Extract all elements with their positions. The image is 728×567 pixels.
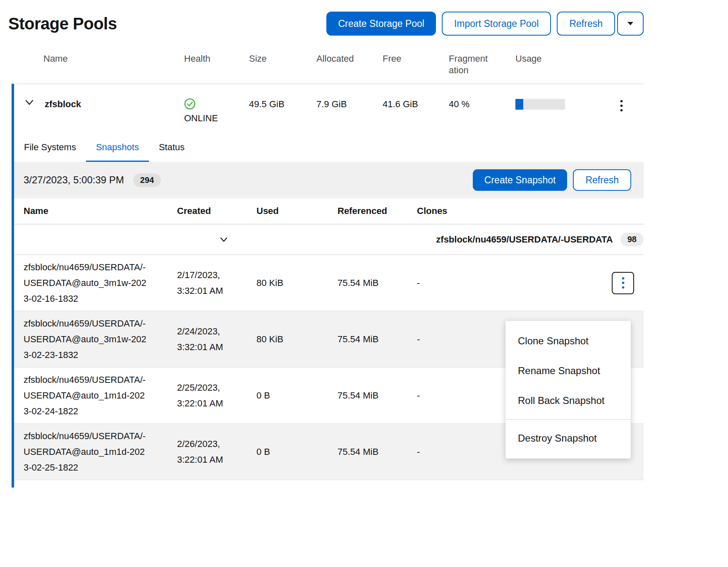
snapshot-name: zfsblock/nu4659/USERDATA/-USERDATA@auto_… xyxy=(24,259,148,307)
menu-item-rename-snapshot[interactable]: Rename Snapshot xyxy=(505,356,631,386)
pool-usage-fill xyxy=(515,99,523,110)
snapshot-created: 2/24/2023, 3:32:01 AM xyxy=(177,324,239,355)
tab-snapshots[interactable]: Snapshots xyxy=(86,133,149,162)
snap-col-created: Created xyxy=(177,198,256,224)
snapshot-group-expand-toggle[interactable] xyxy=(219,235,240,244)
snap-col-referenced: Referenced xyxy=(338,198,417,224)
snapshot-created: 2/25/2023, 3:22:01 AM xyxy=(177,380,239,411)
snapshot-name: zfsblock/nu4659/USERDATA/-USERDATA@auto_… xyxy=(24,428,148,476)
pools-col-allocated: Allocated xyxy=(316,53,383,76)
snapshot-referenced: 75.54 MiB xyxy=(338,388,417,404)
snapshot-referenced: 75.54 MiB xyxy=(338,275,417,291)
pool-kebab-menu-button[interactable] xyxy=(616,98,627,113)
pool-health-cell: ONLINE xyxy=(184,98,249,124)
snapshots-toolbar-actions: Create Snapshot Refresh xyxy=(473,169,631,191)
snapshots-count-badge: 294 xyxy=(133,173,161,187)
pool-health-status: ONLINE xyxy=(184,113,249,124)
pool-expand-toggle[interactable] xyxy=(24,98,35,107)
menu-divider xyxy=(505,419,631,420)
snapshot-name: zfsblock/nu4659/USERDATA/-USERDATA@auto_… xyxy=(24,316,148,363)
pool-name: zfsblock xyxy=(45,98,184,110)
pool-free: 41.6 GiB xyxy=(383,98,449,110)
pool-usage-cell xyxy=(515,98,592,110)
snapshot-referenced: 75.54 MiB xyxy=(338,444,417,460)
menu-item-roll-back-snapshot[interactable]: Roll Back Snapshot xyxy=(505,386,631,416)
caret-down-icon xyxy=(627,22,634,26)
snapshots-toolbar: 3/27/2023, 5:00:39 PM 294 Create Snapsho… xyxy=(14,162,644,198)
pool-fragmentation: 40 % xyxy=(449,98,515,110)
pools-col-free: Free xyxy=(383,53,449,76)
check-circle-icon xyxy=(184,98,249,110)
snapshot-clones: - xyxy=(417,275,602,291)
tab-status[interactable]: Status xyxy=(149,133,194,162)
refresh-split-button: Refresh xyxy=(557,12,644,36)
pool-allocated: 7.9 GiB xyxy=(316,98,383,110)
pools-col-health: Health xyxy=(184,53,249,76)
create-snapshot-button[interactable]: Create Snapshot xyxy=(473,169,568,191)
snapshot-referenced: 75.54 MiB xyxy=(338,332,417,347)
snapshot-kebab-menu-button[interactable] xyxy=(612,272,634,294)
next-row-partial xyxy=(14,480,644,488)
menu-item-clone-snapshot[interactable]: Clone Snapshot xyxy=(505,326,631,356)
import-storage-pool-button[interactable]: Import Storage Pool xyxy=(442,12,551,36)
snapshot-used: 0 B xyxy=(256,388,338,404)
snapshot-group-name: zfsblock/nu4659/USERDATA/-USERDATA xyxy=(436,234,613,245)
pools-table-header: Name Health Size Allocated Free Fragment… xyxy=(0,38,728,84)
kebab-ellipsis-icon xyxy=(620,100,623,112)
snapshot-created: 2/17/2023, 3:32:01 AM xyxy=(177,267,239,299)
refresh-button[interactable]: Refresh xyxy=(557,12,615,36)
snapshots-table-header: Name Created Used Referenced Clones xyxy=(14,198,644,224)
snapshots-toolbar-info: 3/27/2023, 5:00:39 PM 294 xyxy=(24,173,161,187)
tab-file-systems[interactable]: File Systems xyxy=(14,133,86,162)
snapshot-name: zfsblock/nu4659/USERDATA/-USERDATA@auto_… xyxy=(24,372,148,419)
snapshot-row: zfsblock/nu4659/USERDATA/-USERDATA@auto_… xyxy=(14,255,644,311)
pools-col-fragmentation: Fragmentation xyxy=(449,53,515,76)
menu-item-destroy-snapshot[interactable]: Destroy Snapshot xyxy=(505,423,631,453)
pool-detail-tabs: File Systems Snapshots Status xyxy=(14,133,644,162)
page-title: Storage Pools xyxy=(8,14,117,33)
pool-size: 49.5 GiB xyxy=(249,98,316,110)
snapshot-group-row: zfsblock/nu4659/USERDATA/-USERDATA 98 xyxy=(14,224,644,255)
pools-col-name: Name xyxy=(43,53,184,76)
pools-col-size: Size xyxy=(249,53,316,76)
snapshot-group-count-badge: 98 xyxy=(620,233,644,246)
pool-row: zfsblock ONLINE 49.5 GiB 7.9 GiB 41.6 Gi… xyxy=(14,84,644,133)
snap-col-clones: Clones xyxy=(417,198,602,224)
kebab-ellipsis-icon xyxy=(622,277,625,289)
snapshot-context-menu: Clone Snapshot Rename Snapshot Roll Back… xyxy=(505,321,631,459)
snapshot-used: 80 KiB xyxy=(256,332,338,347)
snapshot-created: 2/26/2023, 3:22:01 AM xyxy=(177,436,239,468)
snap-col-used: Used xyxy=(256,198,338,224)
pools-col-usage: Usage xyxy=(515,53,728,76)
snap-col-name: Name xyxy=(24,198,177,224)
snapshot-used: 0 B xyxy=(256,444,338,460)
chevron-down-icon xyxy=(220,237,228,242)
create-storage-pool-button[interactable]: Create Storage Pool xyxy=(326,12,436,36)
pool-usage-bar xyxy=(515,99,565,110)
snapshots-refresh-button[interactable]: Refresh xyxy=(573,169,631,191)
storage-pools-page: Storage Pools Create Storage Pool Import… xyxy=(0,0,728,567)
snapshots-timestamp: 3/27/2023, 5:00:39 PM xyxy=(24,174,124,186)
page-header: Storage Pools Create Storage Pool Import… xyxy=(0,0,728,38)
refresh-dropdown-toggle[interactable] xyxy=(617,12,644,36)
header-actions: Create Storage Pool Import Storage Pool … xyxy=(326,12,644,36)
chevron-down-icon xyxy=(25,100,34,105)
snapshot-used: 80 KiB xyxy=(256,275,338,291)
